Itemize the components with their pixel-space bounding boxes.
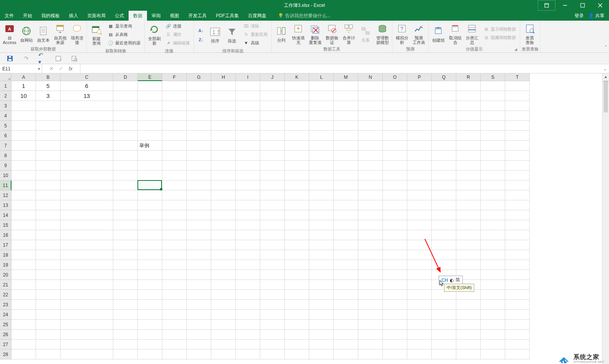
cell-M13[interactable]	[334, 200, 358, 210]
cell-E19[interactable]	[138, 260, 162, 270]
remove-duplicates-button[interactable]: 删除 重复项	[307, 22, 323, 46]
tab-开发工具[interactable]: 开发工具	[184, 11, 211, 21]
row-header-11[interactable]: 11	[0, 180, 11, 190]
cell-C9[interactable]	[60, 161, 113, 171]
data-model-button[interactable]: 管理数 据模型	[374, 22, 390, 46]
cell-N9[interactable]	[358, 161, 383, 171]
ungroup-button[interactable]: 取消组合	[447, 22, 463, 46]
cell-J26[interactable]	[260, 330, 285, 340]
cell-T10[interactable]	[505, 171, 530, 180]
cell-S18[interactable]	[481, 250, 505, 260]
cell-K20[interactable]	[285, 270, 309, 280]
tab-插入[interactable]: 插入	[64, 11, 83, 21]
cell-D4[interactable]	[113, 111, 138, 121]
cell-H25[interactable]	[211, 320, 236, 330]
cell-A9[interactable]	[11, 161, 36, 171]
cell-B7[interactable]	[36, 141, 60, 151]
cell-E14[interactable]	[138, 210, 162, 220]
row-header-3[interactable]: 3	[0, 101, 11, 111]
collapse-ribbon-button[interactable]: ˆ	[605, 45, 607, 51]
cell-S27[interactable]	[481, 340, 505, 349]
cell-A14[interactable]	[11, 210, 36, 220]
cell-R26[interactable]	[456, 330, 481, 340]
cells-area[interactable]: 15610313举例	[11, 81, 602, 364]
cell-E15[interactable]	[138, 220, 162, 230]
cell-N26[interactable]	[358, 330, 383, 340]
invoice-check-button[interactable]: 发票 查验	[522, 22, 538, 46]
cell-T20[interactable]	[505, 270, 530, 280]
column-header-B[interactable]: B	[36, 73, 60, 81]
cell-K5[interactable]	[285, 121, 309, 131]
cell-P1[interactable]	[407, 81, 432, 91]
cell-R13[interactable]	[456, 200, 481, 210]
row-header-19[interactable]: 19	[0, 260, 11, 270]
cell-S7[interactable]	[481, 141, 505, 151]
cell-H3[interactable]	[211, 101, 236, 111]
tab-页面布局[interactable]: 页面布局	[83, 11, 110, 21]
cell-N12[interactable]	[358, 190, 383, 200]
advanced-filter-button[interactable]: ▼高级	[242, 39, 269, 47]
cell-T6[interactable]	[505, 131, 530, 141]
cell-H6[interactable]	[211, 131, 236, 141]
cell-E18[interactable]	[138, 250, 162, 260]
cell-L13[interactable]	[309, 200, 334, 210]
cell-K3[interactable]	[285, 101, 309, 111]
tab-视图[interactable]: 视图	[165, 11, 184, 21]
cell-O11[interactable]	[383, 180, 407, 190]
sort-asc-button[interactable]: A↓	[196, 27, 206, 34]
cell-R18[interactable]	[456, 250, 481, 260]
from-text-button[interactable]: 自文本	[35, 24, 51, 43]
cell-R8[interactable]	[456, 151, 481, 161]
cell-S26[interactable]	[481, 330, 505, 340]
cell-A15[interactable]	[11, 220, 36, 230]
cell-O28[interactable]	[383, 349, 407, 359]
cell-M17[interactable]	[334, 240, 358, 250]
connections-button[interactable]: 🔗连接	[164, 22, 191, 30]
cell-F23[interactable]	[162, 300, 187, 310]
cell-J17[interactable]	[260, 240, 285, 250]
cell-T25[interactable]	[505, 320, 530, 330]
cell-G22[interactable]	[187, 290, 211, 300]
cell-N10[interactable]	[358, 171, 383, 180]
cell-D14[interactable]	[113, 210, 138, 220]
cell-P9[interactable]	[407, 161, 432, 171]
clear-filter-button[interactable]: ⌧清除	[242, 22, 269, 30]
cell-E13[interactable]	[138, 200, 162, 210]
cell-F26[interactable]	[162, 330, 187, 340]
cell-N7[interactable]	[358, 141, 383, 151]
cell-I15[interactable]	[236, 220, 260, 230]
cell-N28[interactable]	[358, 349, 383, 359]
recent-sources-button[interactable]: 🕓最近使用的源	[106, 39, 142, 47]
cell-I26[interactable]	[236, 330, 260, 340]
cell-R5[interactable]	[456, 121, 481, 131]
row-header-16[interactable]: 16	[0, 230, 11, 240]
cell-H4[interactable]	[211, 111, 236, 121]
cell-M16[interactable]	[334, 230, 358, 240]
cell-L24[interactable]	[309, 310, 334, 320]
cell-R28[interactable]	[456, 349, 481, 359]
cell-A10[interactable]	[11, 171, 36, 180]
cell-I16[interactable]	[236, 230, 260, 240]
cell-N6[interactable]	[358, 131, 383, 141]
cell-Q26[interactable]	[432, 330, 456, 340]
from-table-button[interactable]: ▤从表格	[106, 31, 142, 38]
cell-L28[interactable]	[309, 349, 334, 359]
cell-O27[interactable]	[383, 340, 407, 349]
group-button[interactable]: 创建组	[430, 24, 446, 43]
cell-D11[interactable]	[113, 180, 138, 190]
cell-S4[interactable]	[481, 111, 505, 121]
cell-H16[interactable]	[211, 230, 236, 240]
cell-P6[interactable]	[407, 131, 432, 141]
cell-Q27[interactable]	[432, 340, 456, 349]
cell-O25[interactable]	[383, 320, 407, 330]
cell-A6[interactable]	[11, 131, 36, 141]
text-to-columns-button[interactable]: 分列	[273, 24, 289, 43]
cell-F27[interactable]	[162, 340, 187, 349]
cell-L10[interactable]	[309, 171, 334, 180]
minimize-button[interactable]	[556, 0, 574, 11]
column-header-M[interactable]: M	[334, 73, 358, 81]
cell-L1[interactable]	[309, 81, 334, 91]
ribbon-display-options[interactable]	[538, 0, 555, 11]
cell-S16[interactable]	[481, 230, 505, 240]
cell-H18[interactable]	[211, 250, 236, 260]
